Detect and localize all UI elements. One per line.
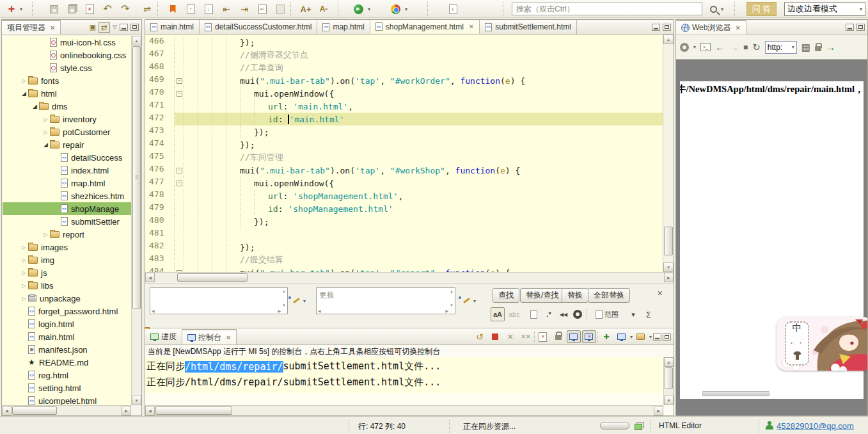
terminate-icon[interactable] xyxy=(488,330,502,343)
find-options-caret-icon[interactable]: ▾ xyxy=(303,298,306,304)
url-combo[interactable]: http: ▾ xyxy=(765,41,797,54)
ime-punct-indicator[interactable]: 。， xyxy=(785,336,809,346)
tree-item[interactable]: map.html xyxy=(3,177,131,189)
page-scrollbar-thumb[interactable] xyxy=(702,391,769,396)
display-console-caret-icon[interactable]: ▾ xyxy=(630,334,633,340)
browser-settings-caret-icon[interactable]: ▾ xyxy=(693,44,696,50)
qa-button[interactable]: 问 答 xyxy=(746,2,777,16)
restart-icon[interactable]: ↺ xyxy=(473,330,487,343)
tree-item[interactable]: ▷js xyxy=(3,266,131,279)
code-line[interactable]: 467//侧滑容器父节点 xyxy=(145,49,663,61)
scroll-lock-icon[interactable] xyxy=(551,330,565,343)
account-link[interactable]: 452829010@qq.com xyxy=(777,421,854,431)
undo-button[interactable]: ↶ xyxy=(100,2,115,16)
code-line[interactable]: 468//工单查询 xyxy=(145,61,663,74)
code-line[interactable]: 471url: 'main.html', xyxy=(145,100,663,113)
scope-label[interactable]: 范围 xyxy=(604,307,619,321)
tree-collapsed-icon[interactable]: ▷ xyxy=(20,245,28,250)
close-icon[interactable]: ✕ xyxy=(226,334,231,341)
tree-collapsed-icon[interactable]: ▷ xyxy=(20,270,28,276)
maximize-icon[interactable] xyxy=(663,334,671,341)
console-view-icon[interactable]: >_ xyxy=(700,43,711,51)
code-line[interactable]: 473}); xyxy=(145,125,663,138)
tree-item[interactable]: ◢html xyxy=(3,87,131,100)
qr-code-icon[interactable]: ▦ xyxy=(801,42,810,53)
close-icon[interactable]: ✕ xyxy=(469,23,474,30)
code-line[interactable]: 472id: 'main.html' xyxy=(145,113,663,125)
stop-icon[interactable]: ■ xyxy=(743,43,748,52)
next-edit-button[interactable]: ⇥ xyxy=(237,2,252,16)
forward-icon[interactable]: → xyxy=(729,42,739,52)
tree-collapsed-icon[interactable]: ▷ xyxy=(20,283,28,289)
close-icon[interactable]: ✕ xyxy=(735,24,740,31)
browser-run-button[interactable] xyxy=(388,2,403,16)
collapse-all-icon[interactable]: ▣ xyxy=(90,24,96,31)
code-line[interactable]: 475//车间管理 xyxy=(145,151,663,164)
bookmark-button[interactable] xyxy=(165,2,180,16)
code-line[interactable]: 480}); xyxy=(145,215,663,228)
show-stdout-icon[interactable] xyxy=(567,330,581,343)
tree-horizontal-scrollbar[interactable]: ◀ ▶ xyxy=(2,405,131,415)
tab-web-browser[interactable]: Web浏览器 ✕ xyxy=(676,20,746,35)
console-vertical-scrollbar[interactable]: ▲ ▼ xyxy=(663,357,674,405)
code-line[interactable]: 474}); xyxy=(145,138,663,151)
editor-tab[interactable]: main.html xyxy=(145,20,200,34)
editor-vertical-scrollbar[interactable]: ▲ ▼ xyxy=(663,35,674,272)
export-lines-button[interactable]: ↓ xyxy=(201,2,216,16)
find-input[interactable]: ▲ ▼ ◀ ▶ xyxy=(150,287,288,314)
tree-item[interactable]: ◢dms xyxy=(3,100,131,113)
tree-item[interactable]: shezhices.htm xyxy=(3,189,131,202)
prev-edit-button[interactable]: ⇤ xyxy=(219,2,234,16)
go-icon[interactable]: → xyxy=(826,42,835,52)
console-horizontal-scrollbar[interactable]: ◀ ▶ xyxy=(145,405,663,415)
global-search-input[interactable] xyxy=(512,3,702,15)
maximize-icon[interactable] xyxy=(663,24,671,31)
tab-progress[interactable]: 进度 xyxy=(145,329,182,344)
tree-item[interactable]: ▷libs xyxy=(3,279,131,292)
code-line[interactable]: 478url: 'shopManagement.html', xyxy=(145,189,663,202)
view-mode-select[interactable]: 边改边看模式 ▾ xyxy=(784,2,865,16)
font-increase-button[interactable]: A+ xyxy=(298,2,313,16)
tree-item[interactable]: ▷inventory xyxy=(3,113,131,125)
tree-item[interactable]: ◢repair xyxy=(3,138,131,151)
tree-item[interactable]: ▷report xyxy=(3,228,131,241)
tree-collapsed-icon[interactable]: ▷ xyxy=(42,129,50,135)
close-icon[interactable]: ✕ xyxy=(50,24,55,31)
run-caret-icon[interactable]: ▾ xyxy=(366,2,372,16)
tree-expanded-icon[interactable]: ◢ xyxy=(42,141,50,148)
tab-console[interactable]: 控制台 ✕ xyxy=(182,329,237,344)
tree-item[interactable]: ▷unpackage xyxy=(3,292,131,305)
fold-marker-icon[interactable]: − xyxy=(177,91,182,97)
redo-button[interactable]: ↷ xyxy=(118,2,133,16)
close-find-bar-icon[interactable]: ✕ xyxy=(657,289,663,298)
tree-item[interactable]: detailSuccess xyxy=(3,151,131,164)
tree-collapsed-icon[interactable]: ▷ xyxy=(42,117,50,122)
back-icon[interactable]: ← xyxy=(715,42,725,52)
tree-item[interactable]: setting.html xyxy=(3,382,131,394)
code-line[interactable]: 466}); xyxy=(145,36,663,49)
refresh-icon[interactable]: ↻ xyxy=(752,42,761,53)
search-caret-icon[interactable]: ▾ xyxy=(719,2,725,16)
code-line[interactable]: 482}); xyxy=(145,241,663,253)
selection-scope-icon[interactable] xyxy=(526,307,541,321)
new-file-caret-icon[interactable]: ▾ xyxy=(18,2,24,16)
font-decrease-button[interactable]: A- xyxy=(316,2,331,16)
tree-item[interactable]: uicompelet.html xyxy=(3,394,131,405)
replace-options-caret-icon[interactable]: ▾ xyxy=(473,298,476,304)
fold-marker-icon[interactable]: − xyxy=(177,168,182,173)
code-line[interactable]: 484−mui(".mui-bar-tab").on('tap', "#repo… xyxy=(145,266,663,272)
editor-tab[interactable]: shopManagement.html✕ xyxy=(370,20,480,34)
code-line[interactable]: 483//提交结算 xyxy=(145,253,663,266)
code-line[interactable]: 479id: 'shopManagement.html' xyxy=(145,202,663,215)
tree-item[interactable]: ▷images xyxy=(3,241,131,253)
find-button[interactable]: 查找 xyxy=(493,288,519,303)
tree-expanded-icon[interactable]: ◢ xyxy=(20,90,28,97)
console-output[interactable]: 正在同步/html/dms/repair/submitSettlement.ht… xyxy=(145,357,663,405)
replace-button[interactable]: 替换 xyxy=(562,288,588,303)
scope-caret-icon[interactable]: ▾ xyxy=(626,307,640,321)
display-console-icon[interactable] xyxy=(615,330,629,343)
maximize-icon[interactable] xyxy=(130,24,139,31)
tree-item[interactable]: ★README.md xyxy=(3,356,131,369)
tree-item[interactable]: style.css xyxy=(3,61,131,74)
browser-run-caret-icon[interactable]: ▾ xyxy=(403,2,409,16)
